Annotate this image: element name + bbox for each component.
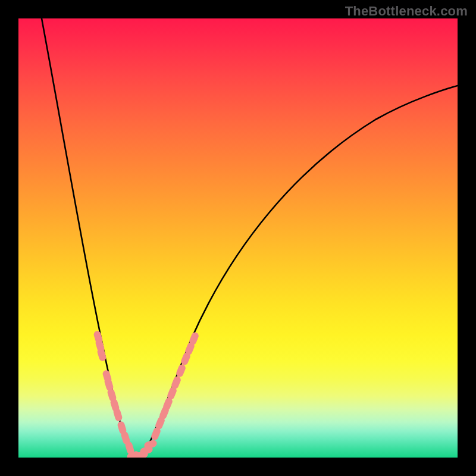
right-branch-markers: [150, 331, 199, 441]
plot-area: [18, 18, 458, 458]
chart-frame: TheBottleneck.com: [0, 0, 476, 476]
bottleneck-curve: [42, 18, 458, 457]
bottleneck-curve-layer: [18, 18, 458, 458]
left-branch-markers: [93, 330, 135, 455]
watermark-text: TheBottleneck.com: [345, 4, 468, 19]
